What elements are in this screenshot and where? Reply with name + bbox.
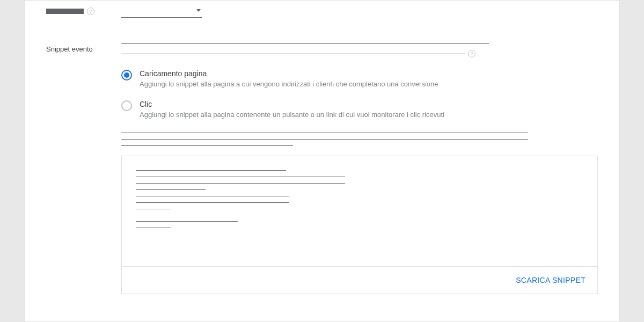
code-line	[136, 228, 171, 228]
redacted-text-line	[121, 139, 528, 140]
snippet-code-footer: SCARICA SNIPPET	[122, 266, 597, 294]
radio-page-load-text: Caricamento pagina Aggiungi lo snippet a…	[140, 69, 438, 89]
radio-page-load-title: Caricamento pagina	[140, 69, 438, 78]
code-line	[136, 170, 286, 171]
code-line	[136, 189, 206, 190]
radio-button[interactable]	[121, 100, 132, 111]
description-lines	[121, 133, 598, 146]
radio-click-text: Clic Aggiungi lo snippet alla pagina con…	[140, 100, 444, 120]
redacted-text-group: ?	[121, 50, 598, 57]
radio-button-selected[interactable]	[121, 70, 132, 80]
code-line	[136, 183, 345, 184]
redacted-text-line	[121, 145, 293, 146]
value-dropdown[interactable]	[121, 6, 202, 18]
settings-card: ? Snippet evento ? Caricamento pagina Ag…	[24, 0, 620, 322]
snippet-event-label: Snippet evento	[46, 43, 121, 53]
help-icon[interactable]: ?	[468, 50, 475, 57]
radio-click-desc: Aggiungi lo snippet alla pagina contenen…	[140, 110, 444, 120]
help-icon[interactable]: ?	[87, 8, 94, 15]
snippet-code-body	[122, 156, 597, 266]
radio-page-load[interactable]: Caricamento pagina Aggiungi lo snippet a…	[121, 69, 598, 89]
code-line	[136, 202, 289, 203]
redacted-label	[46, 9, 84, 14]
redacted-text-line	[121, 54, 465, 54]
code-line	[136, 196, 289, 196]
snippet-event-content: ? Caricamento pagina Aggiungi lo snippet…	[121, 43, 598, 294]
snippet-code-box: SCARICA SNIPPET	[121, 156, 598, 294]
redacted-text-line	[121, 133, 528, 133]
code-line	[136, 209, 171, 209]
first-setting-row: ?	[46, 6, 598, 20]
radio-page-load-desc: Aggiungi lo snippet alla pagina a cui ve…	[140, 79, 438, 89]
first-setting-label: ?	[46, 6, 121, 15]
radio-click-title: Clic	[140, 100, 444, 108]
download-snippet-button[interactable]: SCARICA SNIPPET	[516, 276, 586, 284]
code-line	[136, 177, 345, 177]
radio-click[interactable]: Clic Aggiungi lo snippet alla pagina con…	[121, 100, 598, 120]
snippet-event-row: Snippet evento ? Caricamento pagina Aggi…	[46, 43, 598, 294]
chevron-down-icon	[196, 9, 201, 12]
first-setting-content	[121, 6, 598, 20]
redacted-text-line	[121, 43, 489, 44]
code-line	[136, 221, 238, 222]
